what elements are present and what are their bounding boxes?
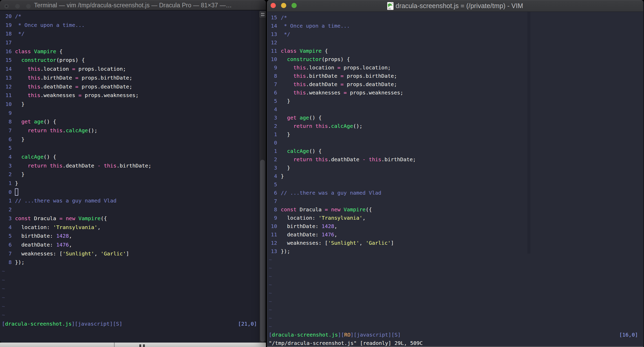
empty-line-tilde: ~ bbox=[0, 293, 259, 302]
code-line[interactable]: 9 this.location = props.location; bbox=[267, 63, 643, 72]
vim-commandline bbox=[0, 328, 259, 337]
code-line[interactable]: 5 bbox=[0, 144, 259, 153]
code-line[interactable]: 8}); bbox=[0, 258, 259, 267]
empty-line-tilde: ~ bbox=[267, 280, 643, 289]
code-line[interactable]: 7 bbox=[267, 197, 643, 205]
cursor-position: [21,0] bbox=[238, 320, 257, 328]
code-line[interactable]: 2 } bbox=[0, 170, 259, 179]
empty-line-tilde: ~ bbox=[0, 311, 259, 320]
cursor-position: [16,0] bbox=[619, 331, 638, 339]
empty-line-tilde: ~ bbox=[267, 322, 643, 331]
code-line[interactable]: 4 bbox=[267, 105, 643, 113]
background-glyph bbox=[139, 344, 141, 347]
editor-content[interactable]: 15/*14 * Once upon a time...13 */1211cla… bbox=[267, 12, 643, 347]
background-glyph bbox=[143, 344, 145, 347]
empty-line-tilde: ~ bbox=[0, 267, 259, 276]
code-line[interactable]: 6 } bbox=[0, 135, 259, 144]
code-line[interactable]: 5 } bbox=[267, 97, 643, 105]
code-line[interactable]: 7 weaknesses: ['Sunlight', 'Garlic'] bbox=[0, 249, 259, 258]
empty-line-tilde: ~ bbox=[267, 314, 643, 322]
code-line[interactable]: 9 bbox=[0, 109, 259, 118]
code-line[interactable]: 16class Vampire { bbox=[0, 47, 259, 56]
macvim-window: JS dracula-screenshot.js = (/private/tmp… bbox=[267, 0, 644, 347]
document-icon: JS bbox=[387, 2, 393, 10]
empty-line-tilde: ~ bbox=[267, 264, 643, 272]
vim-commandline: "/tmp/dracula-screenshot.js" [readonly] … bbox=[267, 339, 643, 347]
code-line[interactable]: 17 bbox=[0, 38, 259, 47]
window-title: dracula-screenshot.js = (/private/tmp) -… bbox=[396, 2, 523, 10]
code-line[interactable]: 5 birthDate: 1428, bbox=[0, 232, 259, 241]
code-line[interactable]: 0 bbox=[267, 139, 643, 147]
code-line[interactable]: 5 bbox=[267, 180, 643, 189]
code-line[interactable]: 20/* bbox=[0, 12, 259, 21]
code-line[interactable]: 11class Vampire { bbox=[267, 47, 643, 55]
code-line[interactable]: 6 deathDate: 1476, bbox=[0, 241, 259, 249]
empty-line-tilde: ~ bbox=[267, 272, 643, 280]
scrollbar-thumb[interactable] bbox=[260, 160, 265, 342]
code-line[interactable]: 13 this.birthDate = props.birthDate; bbox=[0, 74, 259, 82]
code-line[interactable]: 19 * Once upon a time... bbox=[0, 21, 259, 30]
code-line[interactable]: 14 * Once upon a time... bbox=[267, 22, 643, 30]
code-line[interactable]: 4} bbox=[267, 172, 643, 180]
empty-line-tilde: ~ bbox=[267, 255, 643, 264]
code-line[interactable]: 10 birthDate: 1428, bbox=[267, 222, 643, 230]
code-line[interactable]: 11 this.weaknesses = props.weaknesses; bbox=[0, 91, 259, 100]
code-line[interactable]: 2 return this.calcAge(); bbox=[267, 122, 643, 130]
background-window-edge bbox=[0, 343, 266, 347]
code-line[interactable]: 2 bbox=[0, 205, 259, 214]
split-pane-button[interactable] bbox=[260, 11, 266, 17]
terminal-titlebar[interactable]: Terminal — vim /tmp/dracula-screenshot.j… bbox=[0, 0, 266, 10]
code-line[interactable]: 1 } bbox=[267, 130, 643, 139]
code-line[interactable]: 12 weaknesses: ['Sunlight', 'Garlic'] bbox=[267, 239, 643, 247]
window-title: Terminal — vim /tmp/dracula-screenshot.j… bbox=[0, 0, 266, 10]
macvim-titlebar[interactable]: JS dracula-screenshot.js = (/private/tmp… bbox=[267, 0, 643, 12]
code-line[interactable]: 8const Dracula = new Vampire({ bbox=[267, 205, 643, 214]
code-line[interactable]: 8 this.birthDate = props.birthDate; bbox=[267, 72, 643, 80]
empty-line-tilde: ~ bbox=[0, 276, 259, 285]
empty-line-tilde: ~ bbox=[0, 302, 259, 311]
code-line[interactable]: 12 bbox=[267, 38, 643, 47]
background-window-divider bbox=[114, 343, 115, 347]
code-line[interactable]: 7 return this.calcAge(); bbox=[0, 126, 259, 135]
code-line[interactable]: 3 } bbox=[267, 164, 643, 172]
code-line[interactable]: 4 calcAge() { bbox=[0, 153, 259, 161]
code-line[interactable]: 7 this.deathDate = props.deathDate; bbox=[267, 80, 643, 88]
empty-line-tilde: ~ bbox=[0, 284, 259, 293]
code-line[interactable]: 4 location: 'Transylvania', bbox=[0, 223, 259, 232]
empty-line-tilde: ~ bbox=[267, 289, 643, 297]
empty-line-tilde: ~ bbox=[267, 306, 643, 314]
terminal-content[interactable]: 20/*19 * Once upon a time...18 */1716cla… bbox=[0, 11, 259, 343]
code-line[interactable]: 3const Dracula = new Vampire({ bbox=[0, 214, 259, 223]
code-line[interactable]: 11 deathDate: 1476, bbox=[267, 230, 643, 239]
code-line[interactable]: 9 location: 'Transylvania', bbox=[267, 214, 643, 222]
vim-statusline: [dracula-screenshot.js][javascript][S][2… bbox=[0, 320, 259, 328]
code-line[interactable]: 3 get age() { bbox=[267, 113, 643, 122]
code-line[interactable]: 13}); bbox=[267, 247, 643, 255]
code-line[interactable]: 6// ...there was a guy named Vlad bbox=[267, 189, 643, 197]
code-line[interactable]: 12 this.deathDate = props.deathDate; bbox=[0, 82, 259, 91]
code-line[interactable]: 6 this.weaknesses = props.weaknesses; bbox=[267, 88, 643, 97]
code-line[interactable]: 1 calcAge() { bbox=[267, 147, 643, 155]
code-line[interactable]: 13 */ bbox=[267, 30, 643, 38]
code-line[interactable]: 10 constructor(props) { bbox=[267, 55, 643, 63]
code-line[interactable]: 15/* bbox=[267, 13, 643, 22]
code-line[interactable]: 0 bbox=[0, 188, 259, 197]
vim-statusline: [dracula-screenshot.js][RO][javascript][… bbox=[267, 331, 643, 339]
text-cursor bbox=[15, 188, 18, 196]
code-line[interactable]: 18 */ bbox=[0, 29, 259, 38]
code-line[interactable]: 2 return this.deathDate - this.birthDate… bbox=[267, 155, 643, 164]
split-icon bbox=[261, 15, 265, 16]
terminal-window: Terminal — vim /tmp/dracula-screenshot.j… bbox=[0, 0, 266, 343]
code-line[interactable]: 14 this.location = props.location; bbox=[0, 65, 259, 74]
code-line[interactable]: 1// ...there was a guy named Vlad bbox=[0, 196, 259, 205]
code-line[interactable]: 1} bbox=[0, 179, 259, 188]
scrollbar-track[interactable] bbox=[259, 11, 266, 343]
code-line[interactable]: 10 } bbox=[0, 100, 259, 109]
code-line[interactable]: 3 return this.deathDate - this.birthDate… bbox=[0, 161, 259, 170]
code-line[interactable]: 15 constructor(props) { bbox=[0, 56, 259, 65]
empty-line-tilde: ~ bbox=[267, 297, 643, 306]
code-line[interactable]: 8 get age() { bbox=[0, 117, 259, 126]
svg-text:JS: JS bbox=[388, 7, 391, 10]
split-icon bbox=[261, 13, 265, 14]
